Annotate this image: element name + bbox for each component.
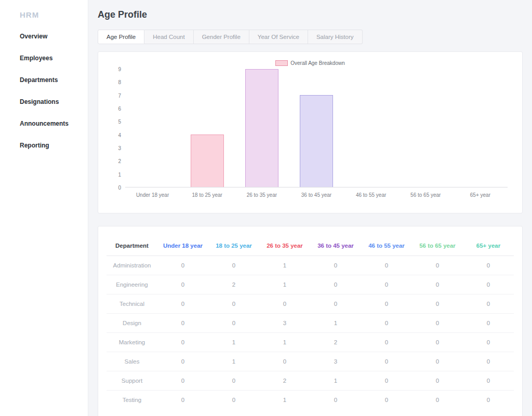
x-axis-label-56-to-65-year: 56 to 65 year [398,192,453,198]
bar-26-to-35-year[interactable] [245,69,278,187]
table-card: DepartmentUnder 18 year18 to 25 year26 t… [98,226,523,416]
value-cell: 0 [463,391,514,410]
value-cell: 0 [157,256,208,275]
col-header-26-to-35-year: 26 to 35 year [259,236,310,256]
value-cell: 0 [412,294,463,314]
tab-head-count[interactable]: Head Count [144,30,193,44]
table-row-engineering: Engineering0210000 [107,275,514,294]
value-cell: 2 [259,371,310,391]
value-cell: 0 [310,391,361,410]
value-cell: 0 [310,294,361,314]
value-cell: 1 [208,352,259,371]
value-cell: 0 [463,294,514,314]
department-cell: Design [107,314,157,333]
tab-gender-profile[interactable]: Gender Profile [194,30,249,44]
value-cell: 2 [208,275,259,294]
x-axis-label-26-to-35-year: 26 to 35 year [234,192,289,198]
department-cell: Technical [107,294,157,314]
value-cell: 0 [310,256,361,275]
x-axis-label-36-to-45-year: 36 to 45 year [289,192,343,198]
value-cell: 0 [208,371,259,391]
value-cell: 0 [463,333,514,352]
col-header-56-to-65-year: 56 to 65 year [412,236,463,256]
value-cell: 0 [463,352,514,371]
legend-label: Overall Age Breakdown [290,60,345,66]
sidebar-item-overview[interactable]: Overview [0,25,88,47]
value-cell: 1 [208,333,259,352]
sidebar: HRM OverviewEmployeesDepartmentsDesignat… [0,0,88,416]
tab-year-of-service[interactable]: Year Of Service [249,30,308,44]
sidebar-item-announcements[interactable]: Announcements [0,113,88,135]
table-row-marketing: Marketing0112000 [107,333,514,352]
bar-18-to-25-year[interactable] [191,135,224,187]
y-axis: 0123456789 [113,69,125,187]
value-cell: 0 [412,391,463,410]
value-cell: 0 [361,275,412,294]
value-cell: 1 [259,391,310,410]
age-breakdown-table: DepartmentUnder 18 year18 to 25 year26 t… [107,236,514,409]
col-header-65-year: 65+ year [463,236,514,256]
value-cell: 0 [463,371,514,391]
page-title: Age Profile [98,9,523,20]
sidebar-item-reporting[interactable]: Reporting [0,135,88,156]
bar-slot-36-to-45-year [289,69,343,187]
chart-legend[interactable]: Overall Age Breakdown [113,60,508,66]
value-cell: 0 [463,314,514,333]
value-cell: 0 [412,256,463,275]
bar-36-to-45-year[interactable] [300,95,333,187]
value-cell: 2 [310,333,361,352]
value-cell: 0 [157,314,208,333]
value-cell: 0 [157,294,208,314]
value-cell: 1 [259,275,310,294]
y-tick-label: 5 [118,119,121,125]
table-row-sales: Sales0103000 [107,352,514,371]
value-cell: 0 [157,333,208,352]
value-cell: 0 [361,391,412,410]
value-cell: 0 [412,352,463,371]
y-tick-label: 0 [118,185,121,191]
value-cell: 0 [361,294,412,314]
value-cell: 0 [157,275,208,294]
value-cell: 0 [259,352,310,371]
col-header-department: Department [107,236,157,256]
value-cell: 0 [463,256,514,275]
app-root: HRM OverviewEmployeesDepartmentsDesignat… [0,0,532,416]
value-cell: 0 [208,391,259,410]
value-cell: 0 [361,333,412,352]
y-tick-label: 7 [118,92,121,98]
y-tick-label: 2 [118,158,121,164]
value-cell: 0 [208,294,259,314]
col-header-18-to-25-year: 18 to 25 year [208,236,259,256]
chart-card: Overall Age Breakdown 0123456789 Under 1… [98,51,523,213]
plot-column: Under 18 year18 to 25 year26 to 35 year3… [125,69,508,198]
value-cell: 0 [412,333,463,352]
brand-logo: HRM [0,10,88,25]
value-cell: 0 [361,256,412,275]
y-tick-label: 9 [118,66,121,72]
table-header: DepartmentUnder 18 year18 to 25 year26 t… [107,236,514,256]
tab-age-profile[interactable]: Age Profile [98,30,144,44]
sidebar-item-departments[interactable]: Departments [0,69,88,91]
sidebar-item-employees[interactable]: Employees [0,47,88,69]
table-row-administration: Administration0010000 [107,256,514,275]
value-cell: 0 [412,371,463,391]
legend-swatch [275,60,288,66]
tab-salary-history[interactable]: Salary History [308,30,363,44]
value-cell: 0 [259,294,310,314]
department-cell: Support [107,371,157,391]
value-cell: 0 [463,275,514,294]
sidebar-nav: OverviewEmployeesDepartmentsDesignations… [0,25,88,156]
value-cell: 0 [412,314,463,333]
x-axis: Under 18 year18 to 25 year26 to 35 year3… [125,192,508,198]
bar-slot-65-year [453,69,508,187]
y-tick-label: 4 [118,132,121,138]
col-header-under-18-year: Under 18 year [157,236,208,256]
y-tick-label: 3 [118,145,121,151]
value-cell: 1 [310,371,361,391]
bar-chart: 0123456789 Under 18 year18 to 25 year26 … [113,69,508,198]
value-cell: 1 [259,333,310,352]
sidebar-item-designations[interactable]: Designations [0,91,88,113]
bar-slot-46-to-55-year [344,69,398,187]
value-cell: 0 [361,314,412,333]
department-cell: Engineering [107,275,157,294]
